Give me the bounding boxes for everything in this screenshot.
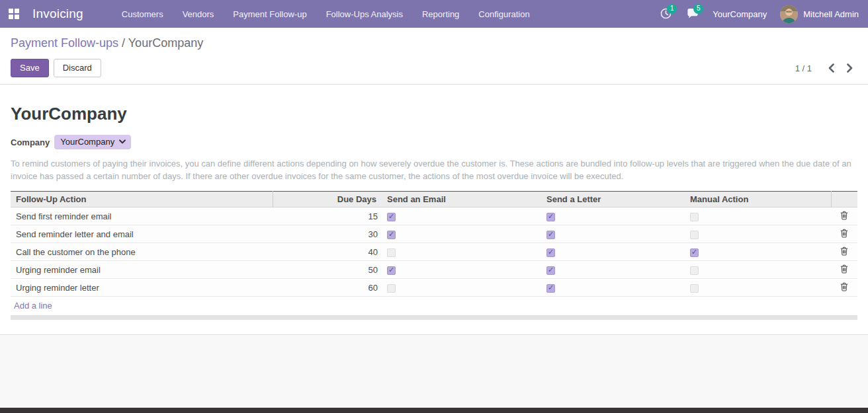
delete-row-icon[interactable] [840,211,848,220]
manual-action-checkbox[interactable] [690,266,699,275]
window-bottom-bar [0,408,868,413]
followup-level-row: Send first reminder email15 [11,207,857,225]
company-select-value: YourCompany [60,137,114,147]
followup-level-row: Send reminder letter and email30 [11,225,857,243]
column-header-send-a-letter[interactable]: Send a Letter [541,192,685,207]
top-navbar: Invoicing Customers Vendors Payment Foll… [0,0,868,28]
send-an-email-checkbox[interactable] [387,266,396,275]
user-avatar[interactable] [780,5,798,23]
due-days-cell[interactable]: 15 [273,207,382,225]
activities-badge: 1 [667,4,677,14]
manual-action-checkbox[interactable] [690,284,699,293]
send-an-email-checkbox[interactable] [387,248,396,257]
record-title: YourCompany [11,104,857,124]
followup-table-body: Send first reminder email15Send reminder… [11,207,857,316]
follow-up-action-cell[interactable]: Call the customer on the phone [11,243,273,261]
delete-row-icon[interactable] [840,264,848,274]
follow-up-action-cell[interactable]: Urging reminder email [11,261,273,279]
pager-next-icon[interactable] [846,63,853,73]
followup-level-row: Urging reminder letter60 [11,279,857,297]
company-field-label: Company [11,137,50,147]
apps-grid-icon[interactable] [9,9,19,19]
send-a-letter-checkbox[interactable] [546,284,555,293]
table-header-row: Follow-Up Action Due Days Send an Email … [11,192,857,207]
menu-configuration[interactable]: Configuration [478,9,529,19]
column-header-send-an-email[interactable]: Send an Email [382,192,541,207]
send-a-letter-checkbox[interactable] [546,266,555,275]
save-button[interactable]: Save [11,59,49,77]
column-header-manual-action[interactable]: Manual Action [685,192,831,207]
send-an-email-checkbox[interactable] [387,213,396,221]
app-window: Invoicing Customers Vendors Payment Foll… [0,0,868,413]
add-line-row: Add a line [11,297,857,316]
menu-payment-follow-up[interactable]: Payment Follow-up [233,9,306,19]
table-bottom-strip [11,315,857,320]
followup-levels-table: Follow-Up Action Due Days Send an Email … [11,191,857,315]
pager-value: 1 / 1 [795,63,812,73]
send-a-letter-checkbox[interactable] [546,231,555,239]
manual-action-checkbox[interactable] [690,213,699,221]
messages-badge: 5 [693,4,703,14]
delete-row-icon[interactable] [840,282,848,291]
form-sheet: YourCompany Company YourCompany To remin… [0,85,868,334]
activities-icon[interactable]: 1 [660,7,673,20]
send-a-letter-checkbox[interactable] [546,248,555,257]
menu-customers[interactable]: Customers [122,9,163,19]
followup-level-row: Call the customer on the phone40 [11,243,857,261]
due-days-cell[interactable]: 30 [273,225,382,243]
followup-help-text: To remind customers of paying their invo… [11,157,857,182]
pager-previous-icon[interactable] [828,63,835,73]
manual-action-checkbox[interactable] [690,231,699,239]
user-menu[interactable]: Mitchell Admin [803,9,859,19]
company-switcher[interactable]: YourCompany [713,9,767,19]
followup-level-row: Urging reminder email50 [11,261,857,279]
main-menu: Customers Vendors Payment Follow-up Foll… [122,9,530,19]
discard-button[interactable]: Discard [54,59,101,77]
due-days-cell[interactable]: 50 [273,261,382,279]
pager: 1 / 1 [795,63,857,73]
due-days-cell[interactable]: 60 [273,279,382,297]
add-a-line-link[interactable]: Add a line [14,301,52,311]
breadcrumb-separator: / [118,36,128,50]
send-a-letter-checkbox[interactable] [546,213,555,221]
menu-follow-ups-analysis[interactable]: Follow-Ups Analysis [326,9,403,19]
column-header-follow-up-action[interactable]: Follow-Up Action [11,192,273,207]
company-select[interactable]: YourCompany [54,135,131,149]
page-background [0,334,868,408]
chevron-down-icon [119,139,126,144]
follow-up-action-cell[interactable]: Send first reminder email [11,207,273,225]
breadcrumb-current: YourCompany [128,36,203,50]
systray: 1 5 YourCompany Mitchell Admin [660,5,859,23]
breadcrumb: Payment Follow-ups / YourCompany [11,36,857,50]
follow-up-action-cell[interactable]: Urging reminder letter [11,279,273,297]
app-title[interactable]: Invoicing [32,7,83,21]
messages-icon[interactable]: 5 [686,7,699,20]
send-an-email-checkbox[interactable] [387,284,396,293]
manual-action-checkbox[interactable] [690,248,699,257]
menu-vendors[interactable]: Vendors [183,9,214,19]
follow-up-action-cell[interactable]: Send reminder letter and email [11,225,273,243]
breadcrumb-parent-link[interactable]: Payment Follow-ups [11,36,118,50]
send-an-email-checkbox[interactable] [387,231,396,239]
column-header-due-days[interactable]: Due Days [273,192,382,207]
delete-row-icon[interactable] [840,229,848,238]
delete-row-icon[interactable] [840,246,848,256]
menu-reporting[interactable]: Reporting [422,9,459,19]
due-days-cell[interactable]: 40 [273,243,382,261]
control-panel: Payment Follow-ups / YourCompany Save Di… [0,28,868,85]
column-header-actions [831,192,857,207]
